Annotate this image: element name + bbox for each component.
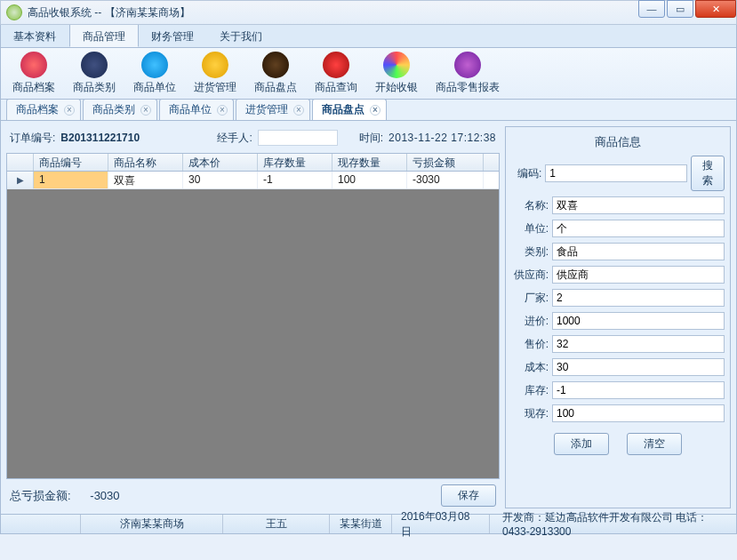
- code-label: 编码:: [511, 166, 541, 181]
- order-no-label: 订单编号:: [10, 131, 55, 146]
- cell-stock[interactable]: -1: [258, 172, 332, 188]
- col-current[interactable]: 现存数量: [332, 154, 407, 171]
- col-id[interactable]: 商品编号: [34, 154, 108, 171]
- add-button[interactable]: 添加: [554, 433, 609, 455]
- tool-purchase[interactable]: 进货管理: [186, 50, 244, 99]
- close-icon[interactable]: ×: [293, 105, 304, 116]
- factory-label: 厂家:: [511, 291, 549, 306]
- purchase-icon: [202, 52, 228, 78]
- handler-label: 经手人:: [217, 131, 252, 146]
- close-icon[interactable]: ×: [217, 105, 228, 116]
- inprice-input[interactable]: [552, 312, 725, 330]
- tool-report[interactable]: 商品零售报表: [428, 50, 508, 99]
- cell-id[interactable]: 1: [34, 172, 108, 188]
- col-loss[interactable]: 亏损金额: [407, 154, 484, 171]
- tool-unit[interactable]: 商品单位: [125, 50, 184, 99]
- data-grid[interactable]: 商品编号 商品名称 成本价 库存数量 现存数量 亏损金额 ▶ 1 双喜 30 -…: [6, 153, 500, 479]
- tool-cashier-label: 开始收银: [367, 80, 426, 95]
- unit-icon: [141, 52, 168, 78]
- cashier-icon: [383, 52, 410, 78]
- status-bar: 济南某某商场 王五 某某街道 2016年03月08日 开发商：延边高品软件开发有…: [0, 515, 737, 534]
- tool-archive-label: 商品档案: [4, 80, 63, 95]
- status-street: 某某街道: [330, 515, 392, 533]
- factory-input[interactable]: [552, 289, 725, 307]
- tab-purchase[interactable]: 进货管理×: [236, 99, 310, 120]
- cell-cost[interactable]: 30: [183, 172, 258, 188]
- grid-body: ▶ 1 双喜 30 -1 100 -3030: [7, 172, 499, 189]
- cost-input[interactable]: [552, 358, 725, 376]
- order-no-value: B201311221710: [60, 132, 140, 144]
- tool-cashier[interactable]: 开始收银: [367, 50, 426, 99]
- status-date: 2016年03月08日: [392, 515, 490, 533]
- search-button[interactable]: 搜索: [691, 156, 725, 191]
- report-icon: [454, 52, 481, 78]
- tab-archive[interactable]: 商品档案×: [6, 99, 81, 120]
- supplier-input[interactable]: [552, 266, 725, 284]
- menu-basic[interactable]: 基本资料: [1, 25, 69, 47]
- query-icon: [323, 52, 349, 78]
- inventory-icon: [262, 52, 289, 78]
- tab-inventory[interactable]: 商品盘点×: [312, 99, 387, 120]
- work-area: 订单编号: B201311221710 经手人: 时间: 2013-11-22 …: [0, 121, 737, 515]
- tool-inventory-label: 商品盘点: [246, 80, 305, 95]
- category-label: 类别:: [511, 244, 549, 260]
- inprice-label: 进价:: [511, 314, 549, 329]
- cell-name[interactable]: 双喜: [108, 172, 183, 188]
- titlebar: 高品收银系统 -- 【济南某某商场】 — ▭ ✕: [0, 0, 737, 25]
- maximize-button[interactable]: ▭: [667, 0, 693, 18]
- name-input[interactable]: [552, 196, 725, 214]
- row-indicator-icon: ▶: [7, 172, 34, 188]
- right-pane: 商品信息 编码:搜索 名称: 单位: 类别: 供应商: 厂家: 进价: 售价: …: [505, 126, 731, 508]
- document-tabs: 商品档案× 商品类别× 商品单位× 进货管理× 商品盘点×: [0, 100, 737, 121]
- form-actions: 添加 清空: [511, 433, 725, 455]
- grid-header: 商品编号 商品名称 成本价 库存数量 现存数量 亏损金额: [7, 154, 499, 172]
- code-input[interactable]: [545, 164, 687, 182]
- tool-category[interactable]: 商品类别: [65, 50, 124, 99]
- category-input[interactable]: [552, 243, 725, 260]
- status-shop: 济南某某商场: [81, 515, 223, 533]
- minimize-button[interactable]: —: [638, 0, 665, 18]
- category-icon: [81, 52, 108, 78]
- status-user: 王五: [223, 515, 330, 533]
- save-button[interactable]: 保存: [441, 484, 496, 507]
- menu-product[interactable]: 商品管理: [69, 25, 139, 47]
- clear-button[interactable]: 清空: [627, 433, 682, 455]
- tool-inventory[interactable]: 商品盘点: [246, 50, 305, 99]
- status-dev: 开发商：延边高品软件开发有限公司 电话：0433-2913300: [490, 515, 736, 533]
- name-label: 名称:: [511, 198, 549, 213]
- table-row[interactable]: ▶ 1 双喜 30 -1 100 -3030: [7, 172, 499, 189]
- tool-query[interactable]: 商品查询: [307, 50, 365, 99]
- menu-finance[interactable]: 财务管理: [139, 25, 207, 47]
- toolbar: 商品档案 商品类别 商品单位 进货管理 商品盘点 商品查询 开始收银 商品零售报…: [0, 48, 737, 100]
- cell-current[interactable]: 100: [332, 172, 407, 188]
- col-cost[interactable]: 成本价: [183, 154, 258, 171]
- close-button[interactable]: ✕: [695, 0, 736, 18]
- handler-input[interactable]: [258, 130, 338, 146]
- menu-about[interactable]: 关于我们: [207, 25, 276, 47]
- close-icon[interactable]: ×: [64, 105, 75, 116]
- stock-input[interactable]: [552, 381, 725, 399]
- saleprice-label: 售价:: [511, 337, 549, 352]
- total-loss-label: 总亏损金额:: [10, 489, 71, 502]
- unit-input[interactable]: [552, 220, 725, 237]
- order-info-row: 订单编号: B201311221710 经手人: 时间: 2013-11-22 …: [6, 126, 500, 153]
- app-icon: [6, 4, 22, 20]
- current-input[interactable]: [552, 404, 725, 422]
- tab-unit[interactable]: 商品单位×: [159, 99, 234, 120]
- total-loss-value: -3030: [90, 489, 119, 502]
- close-icon[interactable]: ×: [140, 105, 151, 116]
- tool-purchase-label: 进货管理: [186, 80, 244, 95]
- tab-category[interactable]: 商品类别×: [83, 99, 157, 120]
- current-label: 现存:: [511, 406, 549, 421]
- tool-category-label: 商品类别: [65, 80, 124, 95]
- tool-unit-label: 商品单位: [125, 80, 184, 95]
- tool-query-label: 商品查询: [307, 80, 365, 95]
- saleprice-input[interactable]: [552, 335, 725, 353]
- close-icon[interactable]: ×: [370, 105, 381, 116]
- supplier-label: 供应商:: [511, 268, 549, 283]
- left-pane: 订单编号: B201311221710 经手人: 时间: 2013-11-22 …: [6, 126, 500, 508]
- col-stock[interactable]: 库存数量: [258, 154, 332, 171]
- tool-archive[interactable]: 商品档案: [4, 50, 63, 99]
- cell-loss[interactable]: -3030: [407, 172, 484, 188]
- col-name[interactable]: 商品名称: [108, 154, 183, 171]
